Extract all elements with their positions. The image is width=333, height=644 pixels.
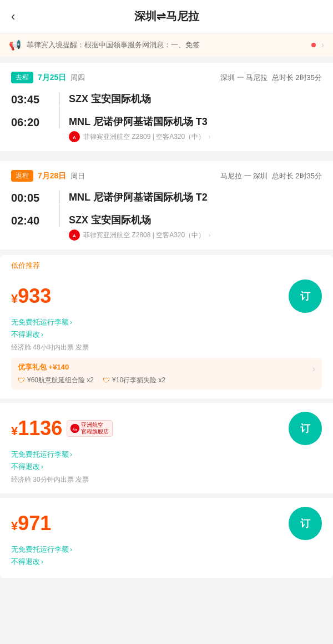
price-card-1-main: ¥933 订: [11, 279, 322, 313]
luggage-feature-2[interactable]: 无免费托运行李额 ›: [11, 450, 322, 460]
price-value-3: 971: [18, 512, 51, 535]
bell-icon: 📢: [9, 39, 21, 51]
v-line-mid: [59, 106, 60, 115]
price-meta-1: 经济舱 48小时内出票 发票: [11, 343, 322, 352]
return-segment: 00:05 MNL 尼诺伊阿基诺国际机场 T2 02:40 SZX 宝安国际机场…: [11, 191, 322, 241]
book-button-3[interactable]: 订: [289, 507, 322, 540]
price-card-3: ¥971 订 无免费托运行李额 › 不得退改 ›: [0, 493, 333, 578]
outbound-airline-info[interactable]: A 菲律宾亚洲航空 Z2809 | 空客A320（中） ›: [69, 131, 322, 142]
gift-items-1: 🛡 ¥60航意航延组合险 x2 🛡 ¥10行李损失险 x2: [18, 376, 315, 385]
back-button[interactable]: ‹: [11, 9, 15, 24]
airline-badge-text-2: 亚洲航空官程旗舰店: [81, 422, 109, 435]
return-airline-logo: A: [69, 229, 80, 241]
refund-feature-3[interactable]: 不得退改 ›: [11, 557, 322, 567]
refund-feature-2[interactable]: 不得退改 ›: [11, 462, 322, 472]
return-flight-card: 返程 7月28日 周日 马尼拉 一 深圳 总时长 2时35分 00:05 MNL…: [0, 157, 333, 249]
refund-feature-1[interactable]: 不得退改 ›: [11, 330, 322, 340]
outbound-route-info: 深圳 一 马尼拉 总时长 2时35分: [220, 73, 322, 83]
price-card-1-features: 无免费托运行李额 › 不得退改 › 经济舱 48小时内出票 发票: [11, 317, 322, 352]
gift-title-1: 优享礼包 +¥140: [18, 362, 69, 372]
price-card-3-features: 无免费托运行李额 › 不得退改 ›: [11, 545, 322, 567]
gift-item-1-1: 🛡 ¥60航意航延组合险 x2: [18, 376, 94, 385]
return-arrive-airport: SZX 宝安国际机场: [69, 213, 322, 227]
price-amount-wrapper-2: ¥1136 Air 亚洲航空官程旗舰店: [11, 417, 113, 440]
low-price-label: 低价推荐: [0, 255, 333, 271]
notice-arrow: ›: [321, 40, 324, 50]
book-button-2[interactable]: 订: [289, 412, 322, 445]
outbound-arrive-time: 06:20: [11, 115, 50, 129]
shield-icon-1: 🛡: [18, 376, 25, 385]
price-section: 低价推荐 ¥933 订 无免费托运行李额 › 不得退改 › 经济舱 48小时内出…: [0, 255, 333, 578]
svg-text:Air: Air: [73, 428, 78, 431]
outbound-airline-logo: A: [69, 131, 80, 142]
return-airline-arrow: ›: [208, 231, 210, 239]
price-value-2: 1136: [18, 417, 62, 440]
v-line-top: [59, 92, 60, 106]
return-arrive-time: 02:40: [11, 213, 50, 227]
price-card-2: ¥1136 Air 亚洲航空官程旗舰店 订 无免费托运行李额 › 不得退改 ›: [0, 398, 333, 493]
luggage-feature-3[interactable]: 无免费托运行李额 ›: [11, 545, 322, 555]
svg-text:A: A: [73, 233, 76, 238]
outbound-depart-airport: SZX 宝安国际机场: [69, 92, 322, 106]
outbound-flight-card: 去程 7月25日 周四 深圳 一 马尼拉 总时长 2时35分 03:45 SZX…: [0, 63, 333, 151]
outbound-airline-arrow: ›: [208, 133, 210, 141]
return-header: 返程 7月28日 周日 马尼拉 一 深圳 总时长 2时35分: [11, 170, 322, 182]
price-card-2-features: 无免费托运行李额 › 不得退改 › 经济舱 30分钟内出票 发票: [11, 450, 322, 485]
price-card-2-main: ¥1136 Air 亚洲航空官程旗舰店 订: [11, 412, 322, 445]
shield-icon-2: 🛡: [103, 376, 110, 385]
price-amount-wrapper-3: ¥971: [11, 512, 51, 535]
price-value-1: 933: [18, 284, 51, 307]
return-tag: 返程: [11, 170, 33, 182]
yuan-symbol-2: ¥: [11, 424, 18, 438]
yuan-symbol-3: ¥: [11, 519, 18, 533]
gift-item-1-2: 🛡 ¥10行李损失险 x2: [103, 376, 165, 385]
airline-badge-2: Air 亚洲航空官程旗舰店: [67, 420, 113, 437]
outbound-header: 去程 7月25日 周四 深圳 一 马尼拉 总时长 2时35分: [11, 72, 322, 83]
outbound-depart-time: 03:45: [11, 92, 50, 106]
gift-arrow-1: ›: [312, 364, 315, 374]
notice-text: 菲律宾入境提醒：根据中国领事服务网消息：一、免签: [27, 40, 306, 50]
header: ‹ 深圳⇌马尼拉: [0, 0, 333, 33]
notice-bar[interactable]: 📢 菲律宾入境提醒：根据中国领事服务网消息：一、免签 ›: [0, 33, 333, 57]
return-date: 7月28日: [38, 171, 66, 181]
outbound-arrive-airport: MNL 尼诺伊阿基诺国际机场 T3: [69, 115, 322, 128]
connector-area: [11, 106, 322, 115]
price-meta-2: 经济舱 30分钟内出票 发票: [11, 475, 322, 485]
yuan-symbol-1: ¥: [11, 292, 18, 306]
return-airline-name: 菲律宾亚洲航空 Z2808 | 空客A320（中）: [83, 231, 205, 240]
page-title: 深圳⇌马尼拉: [134, 9, 199, 24]
outbound-segment: 03:45 SZX 宝安国际机场 06:20 MNL 尼诺伊阿基诺国际机场 T3: [11, 92, 322, 142]
book-button-1[interactable]: 订: [289, 279, 322, 313]
gift-banner-1[interactable]: 优享礼包 +¥140 › 🛡 ¥60航意航延组合险 x2 🛡 ¥10行李损失险 …: [11, 358, 322, 390]
outbound-arrive-row: 06:20 MNL 尼诺伊阿基诺国际机场 T3: [11, 115, 322, 129]
return-arrive-row: 02:40 SZX 宝安国际机场: [11, 213, 322, 227]
outbound-weekday: 周四: [70, 73, 85, 83]
luggage-feature-1[interactable]: 无免费托运行李额 ›: [11, 317, 322, 327]
return-route-info: 马尼拉 一 深圳 总时长 2时35分: [220, 171, 322, 181]
return-depart-time: 00:05: [11, 191, 50, 204]
airline-badge-logo-2: Air: [70, 424, 79, 433]
return-depart-airport: MNL 尼诺伊阿基诺国际机场 T2: [69, 191, 322, 204]
svg-text:A: A: [73, 135, 76, 140]
outbound-tag: 去程: [11, 72, 33, 83]
price-card-1: ¥933 订 无免费托运行李额 › 不得退改 › 经济舱 48小时内出票 发票 …: [0, 271, 333, 398]
outbound-depart-row: 03:45 SZX 宝安国际机场: [11, 92, 322, 106]
return-weekday: 周日: [70, 171, 85, 181]
return-depart-row: 00:05 MNL 尼诺伊阿基诺国际机场 T2: [11, 191, 322, 204]
outbound-date: 7月25日: [38, 73, 66, 83]
price-card-3-main: ¥971 订: [11, 507, 322, 540]
outbound-airline-name: 菲律宾亚洲航空 Z2809 | 空客A320（中）: [83, 132, 205, 142]
v-line-bottom: [59, 115, 60, 128]
notice-dot: [311, 43, 316, 47]
price-amount-wrapper-1: ¥933: [11, 284, 51, 308]
return-airline-info[interactable]: A 菲律宾亚洲航空 Z2808 | 空客A320（中） ›: [69, 229, 322, 241]
